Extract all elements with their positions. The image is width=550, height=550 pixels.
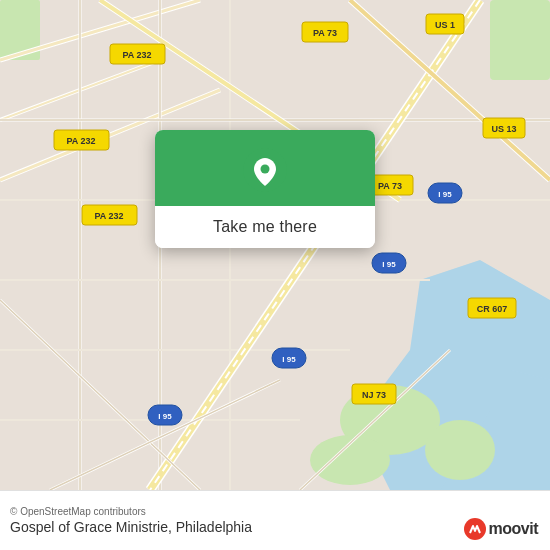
svg-text:US 1: US 1 [435,20,455,30]
svg-text:PA 73: PA 73 [378,181,402,191]
svg-text:CR 607: CR 607 [477,304,508,314]
svg-text:PA 232: PA 232 [94,211,123,221]
svg-rect-3 [490,0,550,80]
svg-point-7 [425,420,495,480]
popup-card: Take me there [155,130,375,248]
svg-text:I 95: I 95 [282,355,296,364]
svg-text:US 13: US 13 [491,124,516,134]
take-me-there-button[interactable]: Take me there [155,206,375,248]
svg-text:I 95: I 95 [438,190,452,199]
popup-green-area [155,130,375,206]
attribution-text: © OpenStreetMap contributors [10,506,540,517]
svg-text:PA 232: PA 232 [122,50,151,60]
bottom-bar: © OpenStreetMap contributors Gospel of G… [0,490,550,550]
svg-text:NJ 73: NJ 73 [362,390,386,400]
moovit-icon [464,518,486,540]
map-container: PA 232 PA 73 US 1 PA 232 PA 232 PA 73 US… [0,0,550,490]
moovit-logo: moovit [464,518,538,540]
location-pin-icon [243,148,287,192]
svg-text:I 95: I 95 [382,260,396,269]
svg-text:I 95: I 95 [158,412,172,421]
svg-text:PA 73: PA 73 [313,28,337,38]
moovit-text: moovit [489,520,538,538]
svg-point-72 [261,165,270,174]
svg-text:PA 232: PA 232 [66,136,95,146]
place-name: Gospel of Grace Ministrie, Philadelphia [10,519,540,535]
